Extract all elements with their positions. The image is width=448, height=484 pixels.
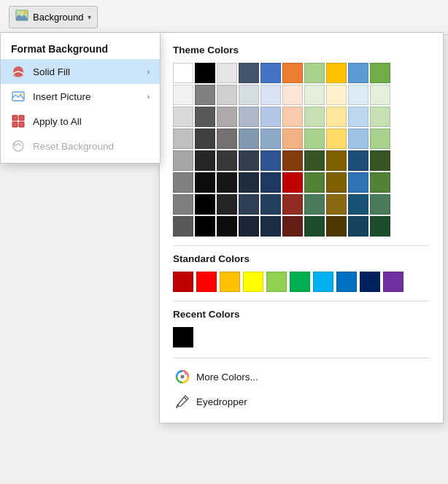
theme-color-swatch[interactable] xyxy=(217,216,237,237)
theme-color-swatch[interactable] xyxy=(260,128,281,149)
theme-color-swatch[interactable] xyxy=(348,216,368,237)
theme-color-swatch[interactable] xyxy=(304,194,325,215)
theme-color-swatch[interactable] xyxy=(370,194,390,215)
theme-color-swatch[interactable] xyxy=(173,63,193,83)
theme-color-swatch[interactable] xyxy=(348,194,368,215)
theme-color-swatch[interactable] xyxy=(304,107,325,127)
theme-color-swatch[interactable] xyxy=(282,107,303,127)
theme-color-swatch[interactable] xyxy=(195,128,215,149)
theme-color-swatch[interactable] xyxy=(239,216,259,237)
reset-background-item[interactable]: Reset Background xyxy=(1,134,160,158)
theme-color-swatch[interactable] xyxy=(239,107,259,127)
standard-color-swatch[interactable] xyxy=(173,272,193,292)
theme-color-swatch[interactable] xyxy=(217,128,237,149)
theme-color-swatch[interactable] xyxy=(260,107,281,127)
more-colors-link[interactable]: More Colors... xyxy=(173,366,430,388)
theme-color-swatch[interactable] xyxy=(370,150,390,171)
theme-color-swatch[interactable] xyxy=(217,107,237,127)
theme-color-swatch[interactable] xyxy=(370,85,390,105)
eyedropper-link[interactable]: Eyedropper xyxy=(173,391,430,412)
theme-color-swatch[interactable] xyxy=(173,194,193,215)
theme-color-swatch[interactable] xyxy=(195,150,215,171)
background-button[interactable]: Background ▾ xyxy=(9,6,98,28)
theme-color-swatch[interactable] xyxy=(217,63,237,83)
theme-color-swatch[interactable] xyxy=(260,216,281,237)
theme-color-swatch[interactable] xyxy=(348,150,368,171)
theme-color-swatch[interactable] xyxy=(326,194,347,215)
theme-color-swatch[interactable] xyxy=(282,63,303,83)
theme-color-swatch[interactable] xyxy=(239,150,259,171)
theme-color-swatch[interactable] xyxy=(173,107,193,127)
standard-color-swatch[interactable] xyxy=(266,272,287,292)
theme-color-swatch[interactable] xyxy=(348,63,368,83)
theme-color-swatch[interactable] xyxy=(217,150,237,171)
solid-fill-item[interactable]: Solid Fill › xyxy=(1,59,160,84)
theme-color-swatch[interactable] xyxy=(304,85,325,105)
theme-color-swatch[interactable] xyxy=(195,194,215,215)
theme-color-swatch[interactable] xyxy=(260,172,281,193)
recent-color-swatch[interactable] xyxy=(173,327,193,347)
insert-picture-item[interactable]: Insert Picture › xyxy=(1,84,160,109)
theme-color-swatch[interactable] xyxy=(239,194,259,215)
theme-color-swatch[interactable] xyxy=(217,85,237,105)
theme-color-swatch[interactable] xyxy=(195,172,215,193)
theme-color-swatch[interactable] xyxy=(304,216,325,237)
theme-color-swatch[interactable] xyxy=(239,63,259,83)
theme-color-swatch[interactable] xyxy=(370,216,390,237)
apply-to-all-item[interactable]: Apply to All xyxy=(1,109,160,134)
standard-color-swatch[interactable] xyxy=(360,272,380,292)
background-icon xyxy=(15,9,28,25)
standard-color-swatch[interactable] xyxy=(243,272,263,292)
theme-color-swatch[interactable] xyxy=(195,216,215,237)
standard-color-swatch[interactable] xyxy=(196,272,217,292)
theme-color-swatch[interactable] xyxy=(326,85,347,105)
theme-color-swatch[interactable] xyxy=(370,107,390,127)
theme-color-swatch[interactable] xyxy=(304,150,325,171)
standard-color-swatch[interactable] xyxy=(220,272,240,292)
theme-color-swatch[interactable] xyxy=(326,63,347,83)
theme-color-swatch[interactable] xyxy=(370,63,390,83)
theme-colors-title: Theme Colors xyxy=(173,45,430,55)
theme-color-swatch[interactable] xyxy=(260,63,281,83)
theme-color-swatch[interactable] xyxy=(173,128,193,149)
theme-color-swatch[interactable] xyxy=(195,85,215,105)
theme-color-swatch[interactable] xyxy=(195,63,215,83)
theme-color-swatch[interactable] xyxy=(282,194,303,215)
theme-color-swatch[interactable] xyxy=(326,216,347,237)
theme-color-swatch[interactable] xyxy=(260,85,281,105)
theme-color-swatch[interactable] xyxy=(326,128,347,149)
theme-color-swatch[interactable] xyxy=(326,172,347,193)
standard-color-swatch[interactable] xyxy=(336,272,357,292)
theme-color-swatch[interactable] xyxy=(348,128,368,149)
theme-color-swatch[interactable] xyxy=(282,85,303,105)
theme-color-swatch[interactable] xyxy=(304,128,325,149)
theme-color-swatch[interactable] xyxy=(348,107,368,127)
theme-color-swatch[interactable] xyxy=(173,85,193,105)
theme-color-swatch[interactable] xyxy=(304,63,325,83)
theme-color-swatch[interactable] xyxy=(195,107,215,127)
theme-color-swatch[interactable] xyxy=(370,172,390,193)
theme-color-swatch[interactable] xyxy=(260,150,281,171)
theme-color-swatch[interactable] xyxy=(282,128,303,149)
theme-color-swatch[interactable] xyxy=(239,128,259,149)
theme-color-swatch[interactable] xyxy=(326,150,347,171)
theme-color-swatch[interactable] xyxy=(348,172,368,193)
standard-color-swatch[interactable] xyxy=(290,272,310,292)
theme-color-swatch[interactable] xyxy=(217,194,237,215)
theme-color-swatch[interactable] xyxy=(173,216,193,237)
theme-color-swatch[interactable] xyxy=(173,150,193,171)
theme-color-swatch[interactable] xyxy=(326,107,347,127)
theme-color-swatch[interactable] xyxy=(304,172,325,193)
theme-color-swatch[interactable] xyxy=(282,172,303,193)
theme-color-swatch[interactable] xyxy=(173,172,193,193)
theme-color-swatch[interactable] xyxy=(260,194,281,215)
theme-color-swatch[interactable] xyxy=(348,85,368,105)
theme-color-swatch[interactable] xyxy=(239,85,259,105)
theme-color-swatch[interactable] xyxy=(217,172,237,193)
standard-color-swatch[interactable] xyxy=(313,272,333,292)
theme-color-swatch[interactable] xyxy=(282,150,303,171)
theme-color-swatch[interactable] xyxy=(370,128,390,149)
theme-color-swatch[interactable] xyxy=(282,216,303,237)
standard-color-swatch[interactable] xyxy=(383,272,403,292)
theme-color-swatch[interactable] xyxy=(239,172,259,193)
